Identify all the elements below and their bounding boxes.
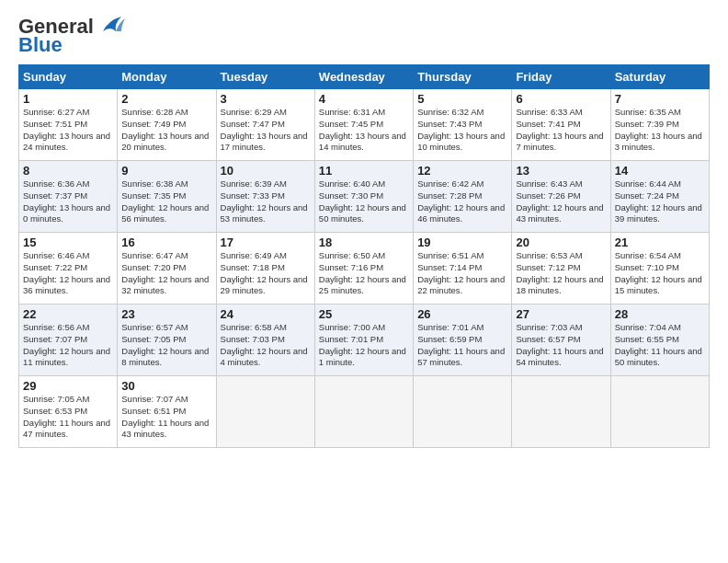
day-info: Sunrise: 6:27 AM Sunset: 7:51 PM Dayligh… xyxy=(23,107,113,154)
logo-blue-text: Blue xyxy=(18,33,63,57)
weekday-header-sunday: Sunday xyxy=(19,65,118,89)
sunset-label: Sunset: 7:43 PM xyxy=(417,119,482,129)
day-info: Sunrise: 6:54 AM Sunset: 7:10 PM Dayligh… xyxy=(615,250,705,297)
day-cell-19: 19 Sunrise: 6:51 AM Sunset: 7:14 PM Dayl… xyxy=(414,233,512,304)
sunset-label: Sunset: 7:10 PM xyxy=(615,262,679,272)
empty-cell xyxy=(414,376,512,448)
weekday-header-tuesday: Tuesday xyxy=(216,65,314,89)
sunset-label: Sunset: 7:33 PM xyxy=(221,190,285,201)
day-number: 26 xyxy=(417,307,507,321)
daylight-label: Daylight: 12 hours and 36 minutes. xyxy=(23,274,110,296)
day-cell-12: 12 Sunrise: 6:42 AM Sunset: 7:28 PM Dayl… xyxy=(414,161,512,233)
day-cell-20: 20 Sunrise: 6:53 AM Sunset: 7:12 PM Dayl… xyxy=(512,233,610,304)
day-number: 7 xyxy=(615,92,705,106)
day-info: Sunrise: 7:00 AM Sunset: 7:01 PM Dayligh… xyxy=(319,322,409,369)
weekday-header-wednesday: Wednesday xyxy=(314,65,413,89)
day-cell-17: 17 Sunrise: 6:49 AM Sunset: 7:18 PM Dayl… xyxy=(216,233,314,304)
daylight-label: Daylight: 12 hours and 18 minutes. xyxy=(516,274,603,296)
sunrise-label: Sunrise: 6:56 AM xyxy=(23,322,89,332)
weekday-header-saturday: Saturday xyxy=(610,65,709,89)
day-cell-3: 3 Sunrise: 6:29 AM Sunset: 7:47 PM Dayli… xyxy=(216,89,314,161)
sunrise-label: Sunrise: 6:50 AM xyxy=(319,250,385,260)
sunrise-label: Sunrise: 6:31 AM xyxy=(319,107,385,117)
day-number: 16 xyxy=(121,236,211,249)
sunset-label: Sunset: 7:30 PM xyxy=(319,190,383,201)
day-info: Sunrise: 6:46 AM Sunset: 7:22 PM Dayligh… xyxy=(23,250,113,297)
day-cell-10: 10 Sunrise: 6:39 AM Sunset: 7:33 PM Dayl… xyxy=(216,161,314,233)
day-info: Sunrise: 6:44 AM Sunset: 7:24 PM Dayligh… xyxy=(615,178,705,225)
sunset-label: Sunset: 7:47 PM xyxy=(221,119,285,129)
sunset-label: Sunset: 7:03 PM xyxy=(221,334,285,344)
sunrise-label: Sunrise: 7:05 AM xyxy=(23,394,89,404)
sunset-label: Sunset: 7:37 PM xyxy=(23,190,87,201)
day-number: 15 xyxy=(23,236,113,249)
day-cell-6: 6 Sunrise: 6:33 AM Sunset: 7:41 PM Dayli… xyxy=(512,89,610,161)
empty-cell xyxy=(314,376,413,448)
day-cell-13: 13 Sunrise: 6:43 AM Sunset: 7:26 PM Dayl… xyxy=(512,161,610,233)
day-number: 28 xyxy=(615,307,705,321)
day-info: Sunrise: 6:42 AM Sunset: 7:28 PM Dayligh… xyxy=(417,178,507,225)
daylight-label: Daylight: 12 hours and 39 minutes. xyxy=(615,202,702,224)
daylight-label: Daylight: 13 hours and 10 minutes. xyxy=(417,131,505,153)
day-info: Sunrise: 6:47 AM Sunset: 7:20 PM Dayligh… xyxy=(121,250,211,297)
sunrise-label: Sunrise: 6:32 AM xyxy=(417,107,483,117)
sunset-label: Sunset: 6:59 PM xyxy=(417,334,482,344)
daylight-label: Daylight: 13 hours and 24 minutes. xyxy=(23,131,110,153)
sunrise-label: Sunrise: 7:00 AM xyxy=(319,322,385,332)
sunset-label: Sunset: 6:53 PM xyxy=(23,406,87,416)
daylight-label: Daylight: 12 hours and 1 minute. xyxy=(319,346,406,368)
sunrise-label: Sunrise: 7:04 AM xyxy=(615,322,681,332)
day-info: Sunrise: 7:03 AM Sunset: 6:57 PM Dayligh… xyxy=(516,322,606,369)
sunset-label: Sunset: 6:55 PM xyxy=(615,334,679,344)
day-number: 22 xyxy=(23,307,113,321)
day-info: Sunrise: 6:43 AM Sunset: 7:26 PM Dayligh… xyxy=(516,178,606,225)
day-info: Sunrise: 6:53 AM Sunset: 7:12 PM Dayligh… xyxy=(516,250,606,297)
daylight-label: Daylight: 13 hours and 0 minutes. xyxy=(23,202,110,224)
day-info: Sunrise: 6:31 AM Sunset: 7:45 PM Dayligh… xyxy=(319,107,409,154)
day-info: Sunrise: 6:51 AM Sunset: 7:14 PM Dayligh… xyxy=(417,250,507,297)
daylight-label: Daylight: 13 hours and 14 minutes. xyxy=(319,131,406,153)
day-cell-27: 27 Sunrise: 7:03 AM Sunset: 6:57 PM Dayl… xyxy=(512,304,610,376)
sunset-label: Sunset: 7:51 PM xyxy=(23,119,87,129)
weekday-header-friday: Friday xyxy=(512,65,610,89)
day-cell-5: 5 Sunrise: 6:32 AM Sunset: 7:43 PM Dayli… xyxy=(414,89,512,161)
day-cell-14: 14 Sunrise: 6:44 AM Sunset: 7:24 PM Dayl… xyxy=(610,161,709,233)
daylight-label: Daylight: 12 hours and 29 minutes. xyxy=(221,274,308,296)
daylight-label: Daylight: 11 hours and 50 minutes. xyxy=(615,346,702,368)
day-info: Sunrise: 6:33 AM Sunset: 7:41 PM Dayligh… xyxy=(516,107,606,154)
day-info: Sunrise: 6:39 AM Sunset: 7:33 PM Dayligh… xyxy=(221,178,311,225)
sunset-label: Sunset: 7:41 PM xyxy=(516,119,580,129)
sunrise-label: Sunrise: 6:49 AM xyxy=(221,250,287,260)
sunset-label: Sunset: 7:14 PM xyxy=(417,262,482,272)
sunset-label: Sunset: 7:35 PM xyxy=(121,190,186,201)
sunrise-label: Sunrise: 6:38 AM xyxy=(121,178,188,189)
day-number: 14 xyxy=(615,164,705,178)
sunrise-label: Sunrise: 6:42 AM xyxy=(417,178,483,189)
day-number: 9 xyxy=(121,164,211,178)
day-info: Sunrise: 6:28 AM Sunset: 7:49 PM Dayligh… xyxy=(121,107,211,154)
sunset-label: Sunset: 7:16 PM xyxy=(319,262,383,272)
daylight-label: Daylight: 12 hours and 15 minutes. xyxy=(615,274,702,296)
sunrise-label: Sunrise: 6:54 AM xyxy=(615,250,681,260)
day-cell-1: 1 Sunrise: 6:27 AM Sunset: 7:51 PM Dayli… xyxy=(19,89,118,161)
day-cell-7: 7 Sunrise: 6:35 AM Sunset: 7:39 PM Dayli… xyxy=(610,89,709,161)
sunrise-label: Sunrise: 7:01 AM xyxy=(417,322,483,332)
day-number: 30 xyxy=(121,379,211,393)
page: General Blue SundayMondayTuesdayWednesda… xyxy=(0,0,728,457)
day-cell-8: 8 Sunrise: 6:36 AM Sunset: 7:37 PM Dayli… xyxy=(19,161,118,233)
sunrise-label: Sunrise: 6:47 AM xyxy=(121,250,188,260)
daylight-label: Daylight: 12 hours and 11 minutes. xyxy=(23,346,110,368)
day-info: Sunrise: 7:01 AM Sunset: 6:59 PM Dayligh… xyxy=(417,322,507,369)
daylight-label: Daylight: 12 hours and 46 minutes. xyxy=(417,202,505,224)
day-number: 13 xyxy=(516,164,606,178)
sunset-label: Sunset: 7:49 PM xyxy=(121,119,186,129)
day-number: 29 xyxy=(23,379,113,393)
daylight-label: Daylight: 12 hours and 50 minutes. xyxy=(319,202,406,224)
day-number: 5 xyxy=(417,92,507,106)
day-info: Sunrise: 6:56 AM Sunset: 7:07 PM Dayligh… xyxy=(23,322,113,369)
calendar-week-2: 8 Sunrise: 6:36 AM Sunset: 7:37 PM Dayli… xyxy=(19,161,710,233)
day-number: 2 xyxy=(121,92,211,106)
sunrise-label: Sunrise: 6:57 AM xyxy=(121,322,188,332)
sunset-label: Sunset: 7:12 PM xyxy=(516,262,580,272)
daylight-label: Daylight: 13 hours and 20 minutes. xyxy=(121,131,209,153)
